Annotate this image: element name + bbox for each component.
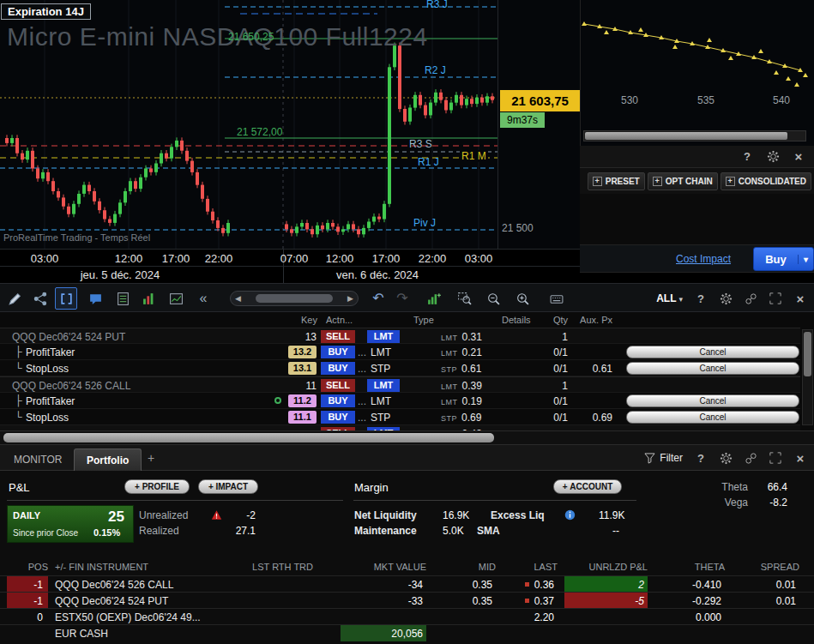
- collapse-toolbar-button[interactable]: «: [192, 287, 214, 310]
- col-header-type[interactable]: Type: [413, 315, 434, 325]
- help-icon[interactable]: ?: [694, 451, 708, 465]
- pencil-icon: [8, 292, 22, 306]
- chat-tool-button[interactable]: [84, 287, 106, 310]
- cancel-button[interactable]: Cancel: [626, 346, 799, 358]
- zoom-out-icon: [486, 292, 501, 306]
- cancel-button[interactable]: Cancel: [626, 411, 799, 424]
- notes-tool-button[interactable]: [112, 287, 134, 310]
- draw-tool-button[interactable]: [3, 287, 26, 310]
- link-icon[interactable]: [744, 451, 757, 465]
- zoom-out-button[interactable]: [482, 287, 504, 310]
- col-header-lst-rth-trd[interactable]: LST RTH TRD: [227, 562, 313, 572]
- brackets-tool-button[interactable]: [55, 287, 77, 310]
- col-header-last[interactable]: LAST: [508, 562, 558, 572]
- add-chart-button[interactable]: [422, 287, 444, 310]
- scroll-right-icon[interactable]: ▶: [347, 294, 353, 303]
- col-header-pos[interactable]: POS: [7, 562, 48, 572]
- col-header-unrlzd-pnl[interactable]: UNRLZD P&L: [564, 562, 648, 572]
- option-chart-scrollbar[interactable]: [583, 130, 806, 141]
- order-row[interactable]: QQQ Dec06'24 526 CALL 11 SELL LMT LMT0.3…: [0, 376, 800, 393]
- col-header-auxpx[interactable]: Aux. Px: [571, 315, 612, 325]
- cost-impact-link[interactable]: Cost Impact: [676, 253, 731, 265]
- account-filter-dropdown[interactable]: ALL▾: [656, 292, 683, 304]
- preset-button[interactable]: + PRESET: [588, 172, 645, 190]
- close-icon[interactable]: ×: [793, 451, 807, 465]
- order-row[interactable]: ├ ProfitTaker 13.2 BUY ... LMT LMT0.21 0…: [0, 344, 800, 360]
- position-row[interactable]: EUR CASH 20,056: [0, 624, 814, 641]
- col-header-qty[interactable]: Qty: [539, 315, 568, 325]
- plus-icon: +: [726, 177, 735, 186]
- gear-icon[interactable]: [719, 292, 733, 305]
- info-icon[interactable]: [564, 509, 576, 521]
- price-chart[interactable]: Micro E-mini NASDAQ100 Full1224 Expirati…: [0, 0, 580, 283]
- cancel-button[interactable]: Cancel: [626, 362, 799, 375]
- help-icon[interactable]: ?: [694, 292, 708, 305]
- col-header-key[interactable]: Key: [283, 315, 317, 325]
- scrollbar-thumb[interactable]: [256, 294, 333, 303]
- cancel-button[interactable]: Cancel: [626, 394, 799, 407]
- redo-button[interactable]: ↷: [391, 287, 413, 310]
- gear-icon[interactable]: [719, 451, 733, 465]
- close-icon[interactable]: ×: [792, 150, 805, 164]
- scrollbar-thumb[interactable]: [804, 332, 811, 376]
- undo-button[interactable]: ↶: [367, 287, 389, 310]
- scrollbar-thumb[interactable]: [585, 132, 787, 140]
- level-label-r1m: R1 M: [460, 150, 488, 162]
- portfolio-window: MONITOR Portfolio + Filter ? ×: [0, 444, 814, 644]
- impact-button[interactable]: + IMPACT: [198, 479, 258, 494]
- col-header-spread[interactable]: SPREAD: [736, 562, 799, 572]
- order-row[interactable]: └ StopLoss 11.1 BUY ... STP STP0.69 0/1 …: [0, 409, 800, 425]
- close-icon[interactable]: ×: [793, 292, 807, 305]
- tab-monitor[interactable]: MONITOR: [2, 448, 74, 471]
- option-volatility-chart[interactable]: 530 535 540: [580, 0, 814, 146]
- account-label: ACCOUNT: [570, 482, 612, 491]
- position-row[interactable]: 0 ESTX50 (OEXP) Dec06'24 49... 2.20 0.00…: [0, 608, 814, 624]
- date-label: jeu. 5 déc. 2024: [81, 268, 160, 281]
- buy-button[interactable]: Buy ▾: [753, 247, 814, 271]
- tab-portfolio[interactable]: Portfolio: [74, 448, 142, 471]
- profile-button[interactable]: + PROFILE: [124, 479, 190, 494]
- orders-window-controls: ALL▾ ? ×: [656, 284, 807, 313]
- order-row[interactable]: └ StopLoss 13.1 BUY ... STP STP0.61 0/1 …: [0, 360, 800, 376]
- share-tool-button[interactable]: [29, 287, 51, 310]
- gear-icon[interactable]: [766, 150, 780, 164]
- opt-x-tick: 530: [621, 94, 638, 106]
- col-header-instrument[interactable]: +/- FIN INSTRUMENT: [55, 562, 148, 572]
- keyboard-button[interactable]: [546, 287, 568, 310]
- order-instrument: QQQ Dec06'24 526 CALL: [12, 380, 130, 392]
- filter-button[interactable]: Filter: [644, 452, 683, 464]
- position-row[interactable]: -1 QQQ Dec06'24 524 PUT -33 0.35 0.37 -5…: [0, 592, 814, 608]
- chart-window-tool-button[interactable]: [165, 287, 187, 310]
- expand-icon[interactable]: [769, 292, 782, 305]
- level-label-lower: 21 572,00: [237, 126, 282, 138]
- order-row[interactable]: QQQ Dec06'24 524 PUT 13 SELL LMT LMT0.31…: [0, 328, 800, 344]
- col-header-mkt-value[interactable]: MKT VALUE: [341, 562, 426, 572]
- position-instrument: ESTX50 (OEXP) Dec06'24 49...: [55, 611, 201, 623]
- add-tab-button[interactable]: +: [148, 451, 154, 465]
- account-button[interactable]: + ACCOUNT: [553, 479, 622, 494]
- detail-type: LMT: [441, 398, 458, 406]
- col-header-mid[interactable]: MID: [437, 562, 496, 572]
- daily-label: DAILY: [13, 510, 40, 521]
- link-icon[interactable]: [744, 292, 757, 305]
- zoom-select-button[interactable]: [453, 287, 475, 310]
- expand-icon[interactable]: [769, 451, 782, 465]
- level-label-r3s: R3 S: [409, 138, 432, 150]
- col-header-theta[interactable]: THETA: [660, 562, 725, 572]
- zoom-in-button[interactable]: [511, 287, 534, 310]
- help-icon[interactable]: ?: [740, 150, 754, 164]
- order-row[interactable]: ├ ProfitTaker 11.2 BUY ... LMT LMT0.19 0…: [0, 393, 800, 409]
- scroll-left-icon[interactable]: ◀: [235, 294, 241, 303]
- opt-chain-button[interactable]: + OPT CHAIN: [648, 172, 718, 190]
- position-row[interactable]: -1 QQQ Dec06'24 526 CALL -34 0.35 0.36 2…: [0, 575, 814, 592]
- chart-nav-scrollbar[interactable]: ◀ ▶: [230, 291, 359, 306]
- consolidated-button[interactable]: + CONSOLIDATED: [721, 172, 811, 190]
- scrollbar-thumb[interactable]: [3, 433, 494, 442]
- orders-horizontal-scrollbar[interactable]: [0, 430, 814, 444]
- orders-vertical-scrollbar[interactable]: [802, 329, 813, 425]
- col-header-details[interactable]: Details: [502, 315, 531, 325]
- chevron-down-icon[interactable]: ▾: [798, 255, 813, 264]
- col-header-action[interactable]: Actn...: [326, 315, 353, 325]
- volume-tool-button[interactable]: [137, 287, 160, 310]
- provider-label: ProRealTime Trading - Temps Réel: [3, 232, 150, 243]
